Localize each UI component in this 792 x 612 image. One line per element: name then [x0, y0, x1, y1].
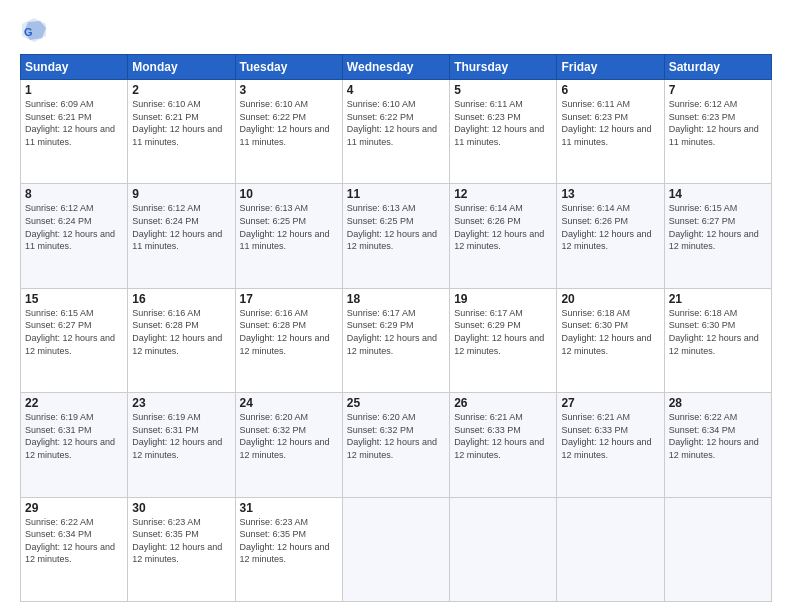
- calendar-cell: [664, 497, 771, 601]
- day-info: Sunrise: 6:16 AMSunset: 6:28 PMDaylight:…: [132, 308, 222, 356]
- calendar-cell: 9 Sunrise: 6:12 AMSunset: 6:24 PMDayligh…: [128, 184, 235, 288]
- day-info: Sunrise: 6:23 AMSunset: 6:35 PMDaylight:…: [132, 517, 222, 565]
- calendar-cell: 12 Sunrise: 6:14 AMSunset: 6:26 PMDaylig…: [450, 184, 557, 288]
- calendar-cell: 21 Sunrise: 6:18 AMSunset: 6:30 PMDaylig…: [664, 288, 771, 392]
- calendar-week-4: 22 Sunrise: 6:19 AMSunset: 6:31 PMDaylig…: [21, 393, 772, 497]
- calendar-cell: 28 Sunrise: 6:22 AMSunset: 6:34 PMDaylig…: [664, 393, 771, 497]
- calendar-header-friday: Friday: [557, 55, 664, 80]
- day-info: Sunrise: 6:12 AMSunset: 6:23 PMDaylight:…: [669, 99, 759, 147]
- calendar-cell: 17 Sunrise: 6:16 AMSunset: 6:28 PMDaylig…: [235, 288, 342, 392]
- calendar-cell: [342, 497, 449, 601]
- day-number: 5: [454, 83, 552, 97]
- calendar-header-monday: Monday: [128, 55, 235, 80]
- day-number: 9: [132, 187, 230, 201]
- calendar-cell: 20 Sunrise: 6:18 AMSunset: 6:30 PMDaylig…: [557, 288, 664, 392]
- day-number: 21: [669, 292, 767, 306]
- calendar-cell: 16 Sunrise: 6:16 AMSunset: 6:28 PMDaylig…: [128, 288, 235, 392]
- calendar-cell: 1 Sunrise: 6:09 AMSunset: 6:21 PMDayligh…: [21, 80, 128, 184]
- calendar-cell: [557, 497, 664, 601]
- day-number: 23: [132, 396, 230, 410]
- calendar-cell: 26 Sunrise: 6:21 AMSunset: 6:33 PMDaylig…: [450, 393, 557, 497]
- day-info: Sunrise: 6:20 AMSunset: 6:32 PMDaylight:…: [240, 412, 330, 460]
- day-info: Sunrise: 6:13 AMSunset: 6:25 PMDaylight:…: [240, 203, 330, 251]
- day-info: Sunrise: 6:11 AMSunset: 6:23 PMDaylight:…: [561, 99, 651, 147]
- day-info: Sunrise: 6:17 AMSunset: 6:29 PMDaylight:…: [454, 308, 544, 356]
- logo-icon: G: [20, 16, 48, 44]
- day-number: 12: [454, 187, 552, 201]
- page: G SundayMondayTuesdayWednesdayThursdayFr…: [0, 0, 792, 612]
- calendar-header-thursday: Thursday: [450, 55, 557, 80]
- day-info: Sunrise: 6:21 AMSunset: 6:33 PMDaylight:…: [454, 412, 544, 460]
- day-number: 16: [132, 292, 230, 306]
- day-info: Sunrise: 6:15 AMSunset: 6:27 PMDaylight:…: [669, 203, 759, 251]
- day-number: 7: [669, 83, 767, 97]
- calendar-header-sunday: Sunday: [21, 55, 128, 80]
- day-info: Sunrise: 6:12 AMSunset: 6:24 PMDaylight:…: [132, 203, 222, 251]
- day-number: 2: [132, 83, 230, 97]
- day-number: 19: [454, 292, 552, 306]
- svg-text:G: G: [24, 26, 33, 38]
- calendar-cell: 11 Sunrise: 6:13 AMSunset: 6:25 PMDaylig…: [342, 184, 449, 288]
- calendar-header-wednesday: Wednesday: [342, 55, 449, 80]
- calendar-cell: 24 Sunrise: 6:20 AMSunset: 6:32 PMDaylig…: [235, 393, 342, 497]
- day-number: 14: [669, 187, 767, 201]
- calendar-cell: 29 Sunrise: 6:22 AMSunset: 6:34 PMDaylig…: [21, 497, 128, 601]
- calendar-cell: 25 Sunrise: 6:20 AMSunset: 6:32 PMDaylig…: [342, 393, 449, 497]
- calendar-cell: 31 Sunrise: 6:23 AMSunset: 6:35 PMDaylig…: [235, 497, 342, 601]
- header: G: [20, 16, 772, 44]
- calendar-header-tuesday: Tuesday: [235, 55, 342, 80]
- calendar-cell: 13 Sunrise: 6:14 AMSunset: 6:26 PMDaylig…: [557, 184, 664, 288]
- calendar-week-5: 29 Sunrise: 6:22 AMSunset: 6:34 PMDaylig…: [21, 497, 772, 601]
- day-number: 27: [561, 396, 659, 410]
- day-number: 24: [240, 396, 338, 410]
- day-info: Sunrise: 6:20 AMSunset: 6:32 PMDaylight:…: [347, 412, 437, 460]
- logo: G: [20, 16, 52, 44]
- calendar-cell: 3 Sunrise: 6:10 AMSunset: 6:22 PMDayligh…: [235, 80, 342, 184]
- day-info: Sunrise: 6:23 AMSunset: 6:35 PMDaylight:…: [240, 517, 330, 565]
- day-info: Sunrise: 6:16 AMSunset: 6:28 PMDaylight:…: [240, 308, 330, 356]
- day-number: 15: [25, 292, 123, 306]
- day-number: 26: [454, 396, 552, 410]
- calendar-cell: 30 Sunrise: 6:23 AMSunset: 6:35 PMDaylig…: [128, 497, 235, 601]
- day-number: 13: [561, 187, 659, 201]
- day-number: 4: [347, 83, 445, 97]
- calendar-cell: 14 Sunrise: 6:15 AMSunset: 6:27 PMDaylig…: [664, 184, 771, 288]
- calendar-cell: 2 Sunrise: 6:10 AMSunset: 6:21 PMDayligh…: [128, 80, 235, 184]
- day-info: Sunrise: 6:10 AMSunset: 6:21 PMDaylight:…: [132, 99, 222, 147]
- day-info: Sunrise: 6:17 AMSunset: 6:29 PMDaylight:…: [347, 308, 437, 356]
- day-number: 1: [25, 83, 123, 97]
- day-info: Sunrise: 6:22 AMSunset: 6:34 PMDaylight:…: [669, 412, 759, 460]
- calendar-week-3: 15 Sunrise: 6:15 AMSunset: 6:27 PMDaylig…: [21, 288, 772, 392]
- day-number: 22: [25, 396, 123, 410]
- calendar-cell: 27 Sunrise: 6:21 AMSunset: 6:33 PMDaylig…: [557, 393, 664, 497]
- calendar-cell: 15 Sunrise: 6:15 AMSunset: 6:27 PMDaylig…: [21, 288, 128, 392]
- calendar-cell: 4 Sunrise: 6:10 AMSunset: 6:22 PMDayligh…: [342, 80, 449, 184]
- calendar-header-saturday: Saturday: [664, 55, 771, 80]
- calendar-week-2: 8 Sunrise: 6:12 AMSunset: 6:24 PMDayligh…: [21, 184, 772, 288]
- calendar-cell: 6 Sunrise: 6:11 AMSunset: 6:23 PMDayligh…: [557, 80, 664, 184]
- day-number: 28: [669, 396, 767, 410]
- calendar-table: SundayMondayTuesdayWednesdayThursdayFrid…: [20, 54, 772, 602]
- calendar-cell: 7 Sunrise: 6:12 AMSunset: 6:23 PMDayligh…: [664, 80, 771, 184]
- day-info: Sunrise: 6:22 AMSunset: 6:34 PMDaylight:…: [25, 517, 115, 565]
- day-info: Sunrise: 6:19 AMSunset: 6:31 PMDaylight:…: [25, 412, 115, 460]
- day-info: Sunrise: 6:09 AMSunset: 6:21 PMDaylight:…: [25, 99, 115, 147]
- day-info: Sunrise: 6:10 AMSunset: 6:22 PMDaylight:…: [240, 99, 330, 147]
- day-info: Sunrise: 6:18 AMSunset: 6:30 PMDaylight:…: [669, 308, 759, 356]
- day-number: 31: [240, 501, 338, 515]
- calendar-week-1: 1 Sunrise: 6:09 AMSunset: 6:21 PMDayligh…: [21, 80, 772, 184]
- day-number: 10: [240, 187, 338, 201]
- day-info: Sunrise: 6:12 AMSunset: 6:24 PMDaylight:…: [25, 203, 115, 251]
- day-info: Sunrise: 6:14 AMSunset: 6:26 PMDaylight:…: [561, 203, 651, 251]
- day-number: 8: [25, 187, 123, 201]
- calendar-cell: 18 Sunrise: 6:17 AMSunset: 6:29 PMDaylig…: [342, 288, 449, 392]
- calendar-cell: 23 Sunrise: 6:19 AMSunset: 6:31 PMDaylig…: [128, 393, 235, 497]
- day-number: 11: [347, 187, 445, 201]
- day-number: 18: [347, 292, 445, 306]
- calendar-cell: 5 Sunrise: 6:11 AMSunset: 6:23 PMDayligh…: [450, 80, 557, 184]
- day-info: Sunrise: 6:18 AMSunset: 6:30 PMDaylight:…: [561, 308, 651, 356]
- day-number: 25: [347, 396, 445, 410]
- calendar-cell: [450, 497, 557, 601]
- day-number: 20: [561, 292, 659, 306]
- day-info: Sunrise: 6:14 AMSunset: 6:26 PMDaylight:…: [454, 203, 544, 251]
